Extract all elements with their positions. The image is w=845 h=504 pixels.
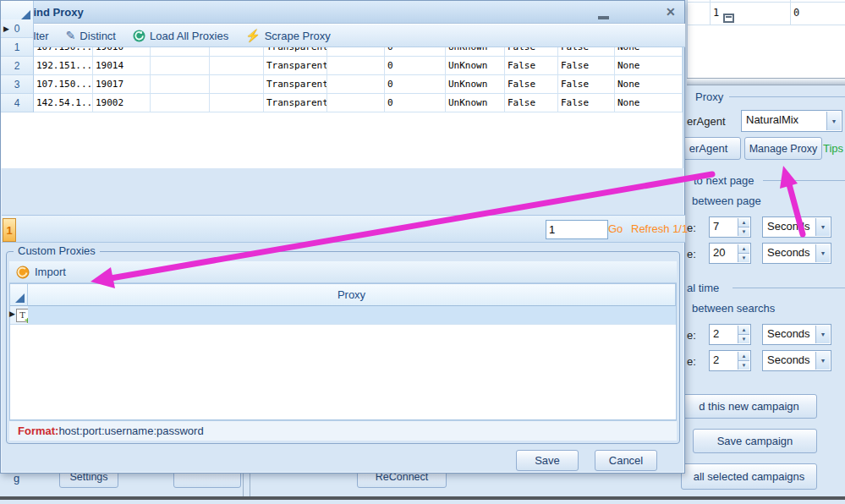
useragent-label: erAgent: [687, 115, 726, 128]
spinner-down-icon[interactable]: ▼: [738, 335, 749, 343]
scrape-proxy-button[interactable]: ⚡ Scrape Proxy: [245, 29, 331, 42]
cell-url[interactable]: False: [505, 57, 558, 75]
new-proxy-row[interactable]: [28, 306, 676, 325]
useragent-combobox-value: NaturalMix: [746, 113, 798, 126]
custom-grid-corner[interactable]: [10, 284, 28, 306]
clipped-text-fragment: g: [14, 472, 19, 485]
spinner-up-icon[interactable]: ▲: [738, 326, 749, 335]
cell-speed[interactable]: 0: [385, 57, 446, 75]
useragent-combobox[interactable]: NaturalMix ▼: [741, 110, 842, 132]
cell-host[interactable]: 192.151....: [34, 57, 93, 75]
cell-url[interactable]: False: [505, 94, 558, 112]
page-delay-max-spinner[interactable]: 20 ▲▼: [709, 243, 751, 264]
page-delay-max-unit-combobox[interactable]: Seconds ▼: [762, 243, 831, 264]
current-row-arrow-icon: ▶: [3, 25, 9, 33]
cell-protocol[interactable]: UnKnown: [446, 75, 505, 94]
cell-username[interactable]: [151, 57, 210, 75]
cell-speed[interactable]: 0: [385, 94, 446, 112]
chevron-down-icon[interactable]: ▼: [815, 218, 830, 236]
distinct-button[interactable]: ✎ Distinct: [66, 29, 116, 42]
grid-line: [688, 25, 845, 25]
cell-country[interactable]: [327, 94, 385, 112]
search-delay-max-unit-combobox[interactable]: Seconds ▼: [762, 350, 831, 371]
chevron-down-icon[interactable]: ▼: [815, 352, 830, 370]
spinner-up-icon[interactable]: ▲: [738, 244, 749, 254]
search-delay-min-spinner[interactable]: 2 ▲▼: [709, 324, 751, 345]
format-label: Format:: [18, 425, 58, 437]
cell-level[interactable]: Transparent: [264, 94, 327, 112]
search-delay-min-unit-combobox[interactable]: Seconds ▼: [762, 324, 831, 345]
cell-level[interactable]: Transparent: [264, 75, 327, 94]
groupbox-line: [733, 288, 845, 288]
cell-status[interactable]: None: [615, 75, 683, 94]
row-indicator[interactable]: ▶0: [1, 19, 34, 38]
chevron-down-icon[interactable]: ▼: [815, 244, 830, 262]
cell-country[interactable]: [327, 57, 385, 75]
spinner-down-icon[interactable]: ▼: [738, 227, 749, 236]
row-indicator[interactable]: 4: [1, 94, 34, 112]
search-delay-max-spinner[interactable]: 2 ▲▼: [709, 350, 751, 371]
cell-password[interactable]: [210, 75, 264, 94]
save-button[interactable]: Save: [516, 450, 579, 471]
refresh-link[interactable]: Refresh 1/1: [631, 222, 688, 235]
row-indicator[interactable]: 3: [1, 75, 34, 94]
column-header-proxy[interactable]: Proxy: [28, 284, 676, 306]
spinner-down-icon[interactable]: ▼: [738, 254, 749, 262]
cell-speed[interactable]: 0: [385, 75, 446, 94]
cell-username[interactable]: [151, 75, 210, 94]
dialog-titlebar[interactable]: Bind Proxy ✕: [1, 1, 684, 24]
spinner-up-icon[interactable]: ▲: [738, 352, 749, 361]
grid-line: [710, 0, 711, 25]
cell-port[interactable]: 19002: [93, 94, 151, 112]
cell-protocol[interactable]: UnKnown: [446, 94, 505, 112]
page-badge: 1: [3, 218, 16, 242]
manage-proxy-button[interactable]: Manage Proxy: [744, 137, 822, 160]
cell-host[interactable]: 142.54.1...: [34, 94, 93, 112]
row-indicator[interactable]: 2: [1, 57, 34, 75]
cell-level[interactable]: Transparent: [264, 57, 327, 75]
useragent-button[interactable]: erAgent: [676, 137, 741, 160]
go-link[interactable]: Go: [608, 222, 623, 235]
load-all-proxies-label: Load All Proxies: [150, 30, 228, 42]
run-campaigns-button[interactable]: all selected campaigns: [681, 463, 817, 490]
tips-link[interactable]: Tips: [823, 142, 843, 155]
cell-enable[interactable]: False: [558, 75, 615, 94]
chevron-down-icon[interactable]: ▼: [826, 112, 841, 130]
cell-password[interactable]: [210, 57, 264, 75]
minimize-icon[interactable]: [598, 16, 609, 19]
bg-grid-cell: 1: [713, 7, 719, 19]
cell-enable[interactable]: False: [558, 57, 615, 75]
divider: [243, 472, 244, 497]
cell-host[interactable]: 107.150....: [34, 75, 93, 94]
cell-port[interactable]: 19017: [93, 75, 151, 94]
save-campaign-button[interactable]: Save campaign: [693, 429, 817, 453]
cell-username[interactable]: [151, 94, 210, 112]
spinner-down-icon[interactable]: ▼: [738, 361, 749, 370]
cell-status[interactable]: None: [615, 57, 683, 75]
cell-password[interactable]: [210, 94, 264, 112]
row-indicator[interactable]: 1: [1, 38, 34, 57]
maximize-icon[interactable]: [723, 14, 734, 23]
add-campaign-button[interactable]: d this new campaign: [681, 394, 817, 419]
time-label: e:: [687, 222, 696, 234]
new-row-text-icon: T+: [16, 309, 29, 322]
background-data-grid: 1 0 1 0: [687, 0, 845, 78]
chevron-down-icon[interactable]: ▼: [815, 326, 830, 343]
lightning-icon: ⚡: [245, 29, 260, 42]
cell-protocol[interactable]: UnKnown: [446, 57, 505, 75]
page-number-input[interactable]: [546, 220, 608, 239]
cell-port[interactable]: 19014: [93, 57, 151, 75]
cell-country[interactable]: [327, 75, 385, 94]
spinner-up-icon[interactable]: ▲: [738, 218, 749, 227]
import-button[interactable]: Import: [35, 266, 66, 278]
cell-url[interactable]: False: [505, 75, 558, 94]
close-icon[interactable]: ✕: [666, 4, 676, 19]
panel-splitter[interactable]: [687, 78, 845, 85]
new-row-indicator[interactable]: ▶ T+: [10, 306, 29, 325]
cell-status[interactable]: None: [615, 94, 683, 112]
page-delay-min-unit-combobox[interactable]: Seconds ▼: [762, 216, 831, 238]
cell-enable[interactable]: False: [558, 94, 615, 112]
cancel-button[interactable]: Cancel: [595, 450, 657, 471]
load-all-proxies-button[interactable]: Load All Proxies: [133, 30, 228, 42]
page-delay-min-spinner[interactable]: 7 ▲▼: [709, 216, 751, 238]
